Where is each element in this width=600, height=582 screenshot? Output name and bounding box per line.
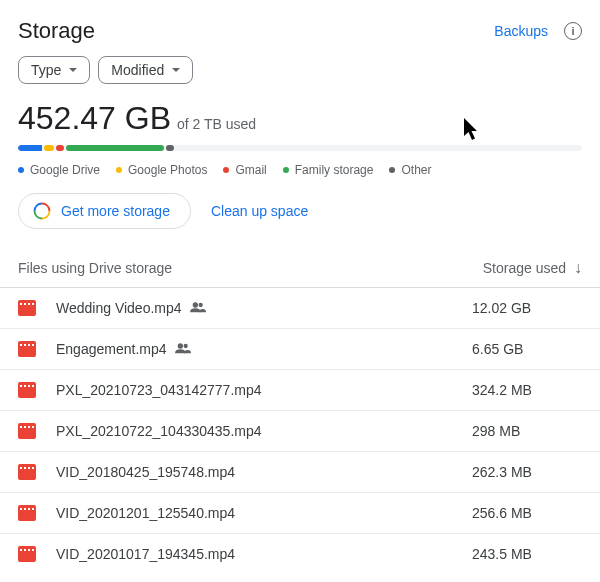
video-file-icon [18,464,36,480]
file-size: 6.65 GB [472,341,582,357]
legend-gmail: Gmail [223,163,266,177]
table-row[interactable]: Engagement.mp4 6.65 GB [0,329,600,370]
table-row[interactable]: VID_20180425_195748.mp4 262.3 MB [0,452,600,493]
legend-other: Other [389,163,431,177]
storage-segment-drive [18,145,42,151]
legend-drive: Google Drive [18,163,100,177]
type-filter[interactable]: Type [18,56,90,84]
file-name: VID_20180425_195748.mp4 [56,464,472,480]
video-file-icon [18,423,36,439]
storage-bar [18,145,582,151]
storage-segment-family [66,145,164,151]
table-row[interactable]: PXL_20210722_104330435.mp4 298 MB [0,411,600,452]
file-size: 243.5 MB [472,546,582,562]
file-name: Engagement.mp4 [56,341,472,357]
legend-photos: Google Photos [116,163,207,177]
modified-filter-label: Modified [111,62,164,78]
table-row[interactable]: Wedding Video.mp4 12.02 GB [0,288,600,329]
file-name: PXL_20210722_104330435.mp4 [56,423,472,439]
svg-point-3 [183,344,187,348]
file-name: VID_20201201_125540.mp4 [56,505,472,521]
chevron-down-icon [172,68,180,72]
get-more-label: Get more storage [61,203,170,219]
file-size: 298 MB [472,423,582,439]
chevron-down-icon [69,68,77,72]
legend-family: Family storage [283,163,374,177]
sort-desc-icon: ↓ [574,259,582,277]
video-file-icon [18,382,36,398]
table-row[interactable]: PXL_20210723_043142777.mp4 324.2 MB [0,370,600,411]
usage-amount: 452.47 GB [18,100,171,137]
type-filter-label: Type [31,62,61,78]
info-icon[interactable]: i [564,22,582,40]
file-size: 12.02 GB [472,300,582,316]
svg-point-0 [192,302,197,307]
usage-total: of 2 TB used [177,116,256,132]
file-name: VID_20201017_194345.mp4 [56,546,472,562]
file-name: PXL_20210723_043142777.mp4 [56,382,472,398]
file-list: Wedding Video.mp4 12.02 GB Engagement.mp… [0,288,600,574]
video-file-icon [18,300,36,316]
table-row[interactable]: VID_20201017_194345.mp4 243.5 MB [0,534,600,574]
shared-icon [190,300,206,316]
google-one-icon [33,202,51,220]
get-more-storage-button[interactable]: Get more storage [18,193,191,229]
column-size-header[interactable]: Storage used ↓ [483,259,582,277]
table-row[interactable]: VID_20201201_125540.mp4 256.6 MB [0,493,600,534]
cleanup-link[interactable]: Clean up space [211,203,308,219]
file-size: 262.3 MB [472,464,582,480]
video-file-icon [18,505,36,521]
backups-link[interactable]: Backups [494,23,548,39]
shared-icon [175,341,191,357]
video-file-icon [18,546,36,562]
svg-point-1 [198,303,202,307]
svg-point-2 [177,343,182,348]
video-file-icon [18,341,36,357]
file-size: 256.6 MB [472,505,582,521]
file-name: Wedding Video.mp4 [56,300,472,316]
file-size: 324.2 MB [472,382,582,398]
modified-filter[interactable]: Modified [98,56,193,84]
storage-segment-gmail [56,145,64,151]
storage-segment-photos [44,145,54,151]
storage-segment-other [166,145,174,151]
page-title: Storage [18,18,95,44]
column-name-header[interactable]: Files using Drive storage [18,260,172,276]
